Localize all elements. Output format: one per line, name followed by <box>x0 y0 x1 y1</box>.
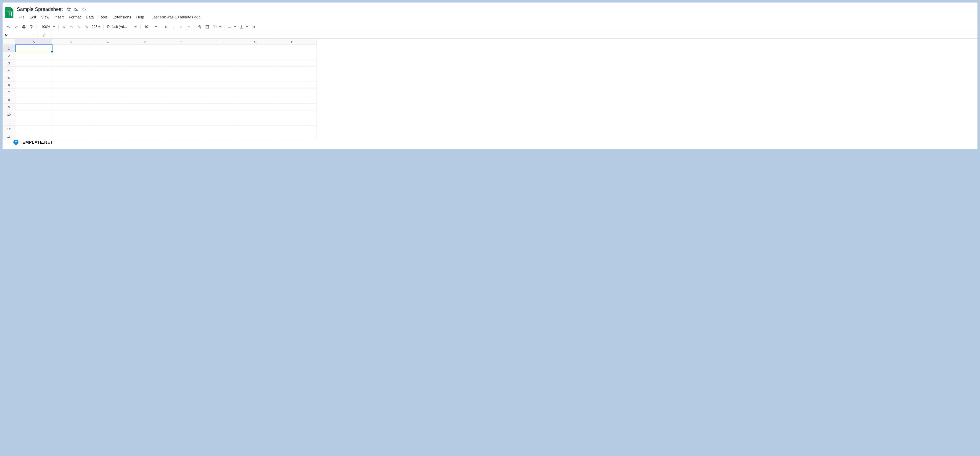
cell[interactable] <box>163 126 200 133</box>
column-header[interactable]: B <box>52 39 89 45</box>
italic-button[interactable]: I <box>170 23 177 30</box>
text-color-button[interactable]: A <box>185 23 192 30</box>
fill-color-button[interactable] <box>196 23 203 30</box>
cell[interactable] <box>52 96 89 103</box>
column-header[interactable]: F <box>200 39 237 45</box>
row-header[interactable]: 1 <box>3 45 15 52</box>
currency-button[interactable]: $ <box>60 23 67 30</box>
cell[interactable] <box>274 89 311 96</box>
font-dropdown[interactable]: Default (Ari... <box>105 23 139 30</box>
row-header[interactable]: 4 <box>3 67 15 74</box>
menu-view[interactable]: View <box>39 14 52 21</box>
cell[interactable] <box>237 118 274 126</box>
cell[interactable] <box>15 81 52 89</box>
cell[interactable] <box>311 133 317 140</box>
cell[interactable] <box>15 126 52 133</box>
cell[interactable] <box>311 74 317 81</box>
cell[interactable] <box>274 67 311 74</box>
cell[interactable] <box>89 96 126 103</box>
cell[interactable] <box>15 133 52 140</box>
cloud-status-icon[interactable] <box>82 7 86 11</box>
menu-extensions[interactable]: Extensions <box>110 14 134 21</box>
name-box[interactable]: A1 <box>3 32 38 38</box>
menu-edit[interactable]: Edit <box>27 14 39 21</box>
cell[interactable] <box>237 74 274 81</box>
cell[interactable] <box>126 81 163 89</box>
cell[interactable] <box>89 52 126 59</box>
cell[interactable] <box>237 96 274 103</box>
cell[interactable] <box>200 67 237 74</box>
cell[interactable] <box>311 45 317 52</box>
cell[interactable] <box>15 59 52 67</box>
cell[interactable] <box>274 59 311 67</box>
cell[interactable] <box>200 74 237 81</box>
cell[interactable] <box>89 74 126 81</box>
cell[interactable] <box>311 96 317 103</box>
cell[interactable] <box>311 81 317 89</box>
cell[interactable] <box>15 52 52 59</box>
cell[interactable] <box>200 111 237 118</box>
cell[interactable] <box>89 81 126 89</box>
cell[interactable] <box>15 89 52 96</box>
sheets-app-logo[interactable] <box>4 6 14 19</box>
row-header[interactable]: 12 <box>3 126 15 133</box>
cell[interactable] <box>200 96 237 103</box>
cell[interactable] <box>311 111 317 118</box>
cell[interactable] <box>274 96 311 103</box>
cell[interactable] <box>89 133 126 140</box>
column-header[interactable] <box>311 39 317 45</box>
cell[interactable] <box>274 81 311 89</box>
cell[interactable] <box>15 67 52 74</box>
cell[interactable] <box>237 52 274 59</box>
undo-button[interactable] <box>5 23 12 30</box>
cell[interactable] <box>15 96 52 103</box>
cell[interactable] <box>311 52 317 59</box>
cell[interactable] <box>311 126 317 133</box>
cell[interactable] <box>274 103 311 111</box>
cell[interactable] <box>163 118 200 126</box>
cell[interactable] <box>126 89 163 96</box>
paint-format-button[interactable] <box>28 23 35 30</box>
cell[interactable] <box>200 133 237 140</box>
cell[interactable] <box>274 133 311 140</box>
vertical-align-button[interactable] <box>238 23 245 30</box>
number-format-dropdown[interactable]: 123 <box>91 23 102 30</box>
cell[interactable] <box>126 74 163 81</box>
cell[interactable] <box>52 133 89 140</box>
cell[interactable] <box>200 103 237 111</box>
row-header[interactable]: 9 <box>3 103 15 111</box>
menu-help[interactable]: Help <box>134 14 146 21</box>
menu-tools[interactable]: Tools <box>96 14 110 21</box>
cell[interactable] <box>237 111 274 118</box>
cell[interactable] <box>311 59 317 67</box>
cell[interactable] <box>89 67 126 74</box>
cell[interactable] <box>274 126 311 133</box>
borders-button[interactable] <box>204 23 211 30</box>
cell[interactable] <box>237 133 274 140</box>
cell[interactable] <box>200 126 237 133</box>
cell[interactable] <box>274 52 311 59</box>
cell[interactable] <box>163 74 200 81</box>
cell[interactable] <box>200 81 237 89</box>
cell[interactable] <box>200 45 237 52</box>
cell[interactable] <box>200 52 237 59</box>
cell[interactable] <box>126 118 163 126</box>
column-header[interactable]: C <box>89 39 126 45</box>
chevron-down-icon[interactable] <box>246 27 248 27</box>
cell[interactable] <box>200 118 237 126</box>
cell[interactable] <box>163 103 200 111</box>
row-header[interactable]: 3 <box>3 59 15 67</box>
cell[interactable] <box>52 103 89 111</box>
row-header[interactable]: 5 <box>3 74 15 81</box>
menu-file[interactable]: File <box>16 14 27 21</box>
cell[interactable] <box>89 45 126 52</box>
column-header[interactable]: A <box>15 39 52 45</box>
column-header[interactable]: D <box>126 39 163 45</box>
cell[interactable] <box>200 59 237 67</box>
last-edit-link[interactable]: Last edit was 10 minutes ago <box>149 14 203 21</box>
cell[interactable] <box>237 89 274 96</box>
cell[interactable] <box>15 103 52 111</box>
cell[interactable] <box>15 74 52 81</box>
row-header[interactable]: 2 <box>3 52 15 59</box>
cell[interactable] <box>274 118 311 126</box>
